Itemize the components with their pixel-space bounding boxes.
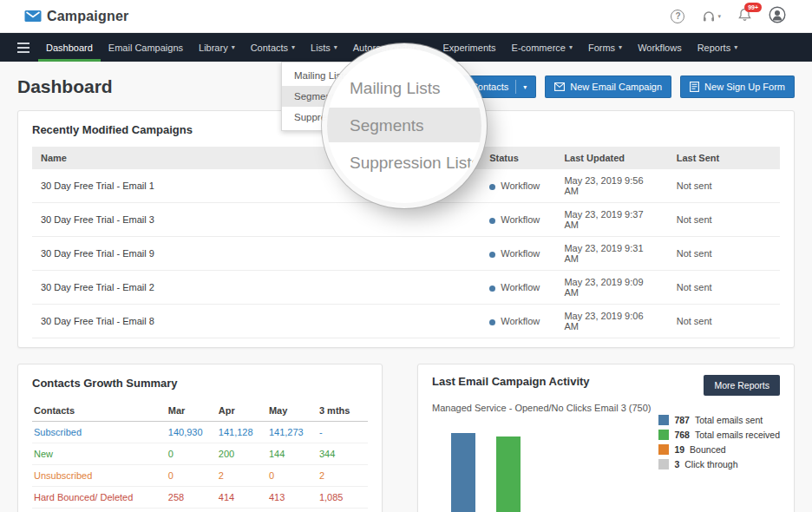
campaign-status: Workflow [481,169,555,203]
legend-item: 3 Click through [658,459,780,469]
growth-value-may: 0 [267,465,318,487]
growth-row-label[interactable]: Unsubscribed [32,465,167,487]
column-header-may: May [267,400,318,422]
growth-row-subscribed: Subscribed 140,930 141,128 141,273 - [32,422,368,443]
page-title: Dashboard [17,76,113,97]
growth-row-new: New 0 200 144 344 [32,443,368,465]
campaign-row[interactable]: 30 Day Free Trial - Email 3 Workflow May… [32,203,780,237]
growth-value-may: 413 [267,487,318,509]
legend-swatch [658,459,669,469]
last-email-campaign-activity-card: Last Email Campaign Activity More Report… [417,364,795,512]
new-email-campaign-button[interactable]: New Email Campaign [545,75,671,98]
status-label: Workflow [501,214,540,225]
support-menu[interactable]: ▾ [702,10,721,23]
chevron-down-icon: ▾ [291,43,295,51]
nav-label: Lists [311,43,331,53]
campaign-status: Workflow [481,237,555,271]
nav-label: Library [199,43,228,53]
chevron-down-icon: ▾ [734,43,737,51]
nav-item-library[interactable]: Library▾ [191,33,243,62]
header-actions: ? ▾ 99+ [671,6,786,27]
legend-value: 3 [674,459,679,469]
growth-row-label[interactable]: New [32,443,167,465]
growth-value-mar: 258 [167,487,217,509]
campaign-name[interactable]: 30 Day Free Trial - Email 2 [32,271,481,305]
new-sign-up-form-button[interactable]: New Sign Up Form [680,75,795,98]
campaign-row[interactable]: 30 Day Free Trial - Email 8 Workflow May… [32,305,780,338]
legend-item: 787 Total emails sent [658,415,780,425]
column-header-last-sent: Last Sent [668,147,780,169]
top-header: Campaigner ? ▾ 99+ [0,0,812,33]
app-root: Campaigner ? ▾ 99+ Dashboard Email Campa… [0,0,812,512]
chart-legend: 787 Total emails sent 768 Total emails r… [658,415,780,469]
campaign-status: Workflow [481,305,555,338]
growth-value-mar: 0 [167,443,217,465]
campaign-row[interactable]: 30 Day Free Trial - Email 9 Workflow May… [32,237,780,271]
growth-value-3mths: 2 [318,465,368,487]
growth-table: Contacts Mar Apr May 3 mths Subscribed 1… [32,400,368,512]
status-label: Workflow [501,181,540,191]
campaign-last-sent: Not sent [668,237,780,271]
column-header-apr: Apr [217,400,267,422]
status-dot-icon [489,319,495,325]
chevron-down-icon: ▾ [423,43,427,51]
nav-item-experiments[interactable]: Experiments [435,33,503,62]
nav-label: Contacts [251,43,288,53]
more-reports-button[interactable]: More Reports [704,375,780,396]
user-avatar[interactable] [769,6,786,27]
growth-value-mar: -258 [167,509,217,512]
campaign-last-updated: May 23, 2019 9:06 AM [555,305,667,338]
nav-item-workflows[interactable]: Workflows [630,33,690,62]
nav-item-reports[interactable]: Reports▾ [690,33,746,62]
lens-item-suppression-lists: Suppression Lists [350,144,481,181]
campaign-row[interactable]: 30 Day Free Trial - Email 2 Workflow May… [32,271,780,305]
nav-item-lists[interactable]: Lists▾ [303,33,345,62]
campaign-name[interactable]: 30 Day Free Trial - Email 8 [32,305,481,338]
chevron-down-icon: ▾ [569,43,573,51]
hamburger-menu-icon[interactable] [9,33,38,62]
avatar-icon [769,6,786,23]
campaign-last-updated: May 23, 2019 9:09 AM [555,271,667,305]
nav-item-contacts[interactable]: Contacts▾ [243,33,303,62]
nav-item-forms[interactable]: Forms▾ [580,33,630,62]
notifications-bell-icon[interactable]: 99+ [738,8,751,25]
legend-value: 787 [674,415,690,425]
campaign-name[interactable]: 30 Day Free Trial - Email 9 [32,237,481,271]
growth-value-may: -269 [267,509,318,512]
contacts-growth-summary-card: Contacts Growth Summary Contacts Mar Apr… [17,364,383,512]
growth-value-3mths: -743 [318,509,368,512]
legend-item: 19 Bounced [658,444,780,455]
chevron-down-icon: ▾ [232,43,235,51]
chevron-down-icon: ▾ [334,43,337,51]
legend-item: 768 Total emails received [658,430,780,440]
table-header-row: Contacts Mar Apr May 3 mths [32,400,368,422]
logo[interactable]: Campaigner [24,9,128,24]
nav-item-email-campaigns[interactable]: Email Campaigns [101,33,191,62]
growth-value-may: 141,273 [267,422,318,443]
growth-row-label[interactable]: Growth [32,509,167,512]
button-divider [515,80,516,94]
activity-card-header: Last Email Campaign Activity More Report… [432,375,780,396]
magnifier-lens-overlay: Mailing Lists Segments Suppression Lists [327,49,481,203]
growth-row-label[interactable]: Subscribed [32,422,167,443]
growth-value-3mths: 1,085 [318,487,368,509]
nav-label: Forms [588,43,615,53]
headset-icon [702,10,716,23]
growth-value-apr: 200 [217,443,267,465]
growth-row-label[interactable]: Hard Bounced/ Deleted [32,487,167,509]
campaign-status: Workflow [481,203,555,237]
nav-item-dashboard[interactable]: Dashboard [38,33,101,62]
campaign-last-sent: Not sent [668,305,780,338]
status-dot-icon [489,252,495,258]
bar-chart [439,422,623,512]
legend-value: 768 [674,430,690,440]
legend-swatch [658,444,669,455]
help-icon[interactable]: ? [671,10,684,23]
growth-value-apr: 141,128 [217,422,267,443]
campaign-name[interactable]: 30 Day Free Trial - Email 3 [32,203,481,237]
growth-value-3mths: 344 [318,443,368,465]
column-header-contacts: Contacts [32,400,167,422]
status-label: Workflow [501,282,540,292]
nav-item-ecommerce[interactable]: E-commerce▾ [504,33,580,62]
legend-label: Total emails sent [695,415,763,425]
